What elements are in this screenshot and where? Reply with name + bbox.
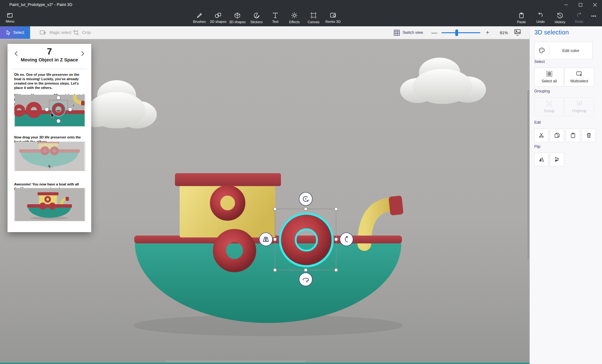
palette-icon: [535, 47, 549, 54]
edit-color-label: Edit color: [549, 48, 592, 53]
magic-select-icon: [40, 30, 46, 35]
delete-button[interactable]: [582, 128, 596, 142]
history-icon: [557, 12, 563, 19]
chevron-down-icon: [516, 34, 519, 36]
edit-color-button[interactable]: Edit color: [534, 42, 593, 59]
flip-vertical-icon: [554, 156, 560, 163]
fit-to-view-button[interactable]: [514, 29, 521, 36]
svg-text:?: ?: [73, 104, 74, 107]
more-options-icon: •••: [591, 14, 597, 18]
tool-undo[interactable]: Undo: [531, 9, 550, 26]
tutorial-step-title: Moving Object in Z Space: [8, 57, 91, 62]
window-title: Paint_tut_Prototype_v2* - Paint 3D: [9, 3, 72, 7]
group-icon: [546, 101, 552, 107]
gizmo-rotate-screen-handle[interactable]: [299, 192, 312, 205]
undo-icon: [537, 12, 544, 18]
canvas-bottom-edge: [0, 363, 530, 364]
remix-3d-icon: [330, 12, 336, 18]
flip-vertical-button[interactable]: [550, 153, 564, 166]
tool-remix-3d[interactable]: Remix 3D: [323, 9, 343, 26]
paste-icon: [518, 12, 525, 19]
paint3d-window: Paint_tut_Prototype_v2* - Paint 3D Menu: [0, 0, 602, 364]
boat-roof[interactable]: [175, 173, 281, 186]
multiselect-icon: [576, 71, 583, 77]
minimize-button[interactable]: [559, 0, 573, 9]
crop-icon: [73, 29, 79, 36]
ungroup-icon: [576, 101, 583, 107]
select-all-icon: [546, 71, 552, 77]
flip-horizontal-icon: [538, 157, 545, 162]
cut-scissors-icon: [539, 133, 544, 138]
zoom-slider[interactable]: [441, 26, 480, 39]
tutorial-image-finished-boat: [14, 188, 85, 221]
tool-canvas[interactable]: Canvas: [304, 9, 323, 26]
tool-stickers[interactable]: Stickers: [247, 9, 266, 26]
minimize-icon: [564, 3, 568, 7]
maximize-button[interactable]: [573, 0, 588, 9]
select-cursor-icon: [6, 30, 11, 35]
tool-redo: Redo: [569, 9, 589, 26]
selection-toolbar: Select Magic select Crop Switch view —: [0, 26, 530, 39]
copy-button[interactable]: [550, 128, 564, 142]
2d-shapes-icon: [214, 12, 222, 18]
gizmo-rotate-x-handle[interactable]: [299, 273, 312, 286]
group-button: Group: [534, 97, 564, 116]
main-toolbar: Menu Brushes 2D shapes 3D shapes Sticker…: [0, 9, 602, 26]
tool-effects[interactable]: Effects: [285, 9, 304, 26]
more-options-button[interactable]: •••: [587, 9, 601, 26]
select-all-button[interactable]: Select all: [534, 68, 564, 86]
title-bar: Paint_tut_Prototype_v2* - Paint 3D: [0, 0, 602, 9]
paste-button[interactable]: [566, 128, 580, 142]
cut-button[interactable]: [534, 128, 548, 142]
grid-view-icon: [394, 30, 400, 36]
boat-pipe-tip[interactable]: [388, 195, 404, 216]
ungroup-button: Ungroup: [564, 97, 594, 116]
tutorial-image-z-gizmo: ?: [14, 95, 85, 127]
tutorial-step-number: 7: [8, 46, 91, 57]
redo-icon: [576, 12, 583, 18]
close-icon: [593, 3, 597, 7]
text-icon: [272, 12, 278, 18]
flip-section-label: Flip: [534, 144, 540, 149]
paste-clipboard-icon: [570, 133, 576, 138]
3d-selection-panel: 3D selection Edit color Select Select al…: [530, 26, 602, 364]
3d-shapes-icon: [234, 12, 241, 19]
vertical-scrollbar[interactable]: [527, 90, 529, 259]
close-button[interactable]: [588, 0, 602, 9]
panel-title: 3D selection: [534, 29, 569, 36]
select-tool-button[interactable]: Select: [0, 26, 30, 39]
magic-select-button: Magic select: [40, 26, 71, 39]
brush-icon: [196, 12, 203, 18]
copy-icon: [554, 133, 560, 138]
tool-2d-shapes[interactable]: 2D shapes: [209, 9, 228, 26]
tool-brushes[interactable]: Brushes: [190, 9, 209, 26]
tool-paste[interactable]: Paste: [512, 9, 531, 26]
zoom-controls: — + 81%: [430, 26, 521, 39]
tool-text[interactable]: Text: [266, 9, 285, 26]
canvas-icon: [310, 12, 317, 19]
zoom-in-button[interactable]: +: [483, 29, 492, 36]
tutorial-image-drag-boat: [14, 142, 85, 171]
maximize-icon: [579, 3, 582, 7]
tutorial-panel: 7 Moving Object in Z Space Oh no. One of…: [8, 44, 91, 232]
multiselect-button[interactable]: Multiselect: [564, 68, 594, 86]
gizmo-z-depth-handle[interactable]: [259, 233, 272, 246]
zoom-slider-thumb[interactable]: [455, 29, 458, 36]
tool-history[interactable]: History: [550, 9, 570, 26]
horizontal-scrollbar[interactable]: [165, 360, 306, 362]
stickers-icon: [253, 12, 260, 19]
select-section-label: Select: [534, 60, 545, 64]
edit-section-label: Edit: [534, 120, 541, 125]
switch-view-button[interactable]: Switch view: [394, 26, 423, 39]
menu-button[interactable]: Menu: [1, 9, 19, 26]
image-icon: [514, 29, 521, 34]
tutorial-paragraph-1: Oh no. One of your life preserver on the…: [14, 72, 86, 90]
zoom-level-value[interactable]: 81%: [497, 30, 511, 35]
zoom-slider-track[interactable]: [441, 32, 480, 33]
flip-horizontal-button[interactable]: [534, 153, 548, 166]
menu-icon: [7, 13, 13, 18]
zoom-out-button[interactable]: —: [430, 29, 439, 36]
gizmo-rotate-y-handle[interactable]: [340, 233, 353, 246]
crop-button: Crop: [73, 26, 91, 39]
tool-3d-shapes[interactable]: 3D shapes: [228, 9, 247, 26]
